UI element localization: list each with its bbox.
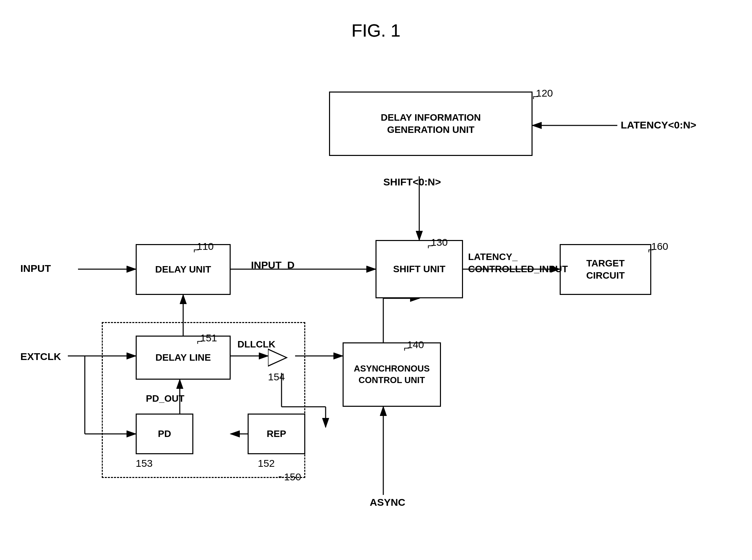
shift-label: SHIFT<0:N>	[383, 176, 441, 188]
tick-120: ⌐	[533, 91, 539, 102]
tick-151: ⌐	[197, 336, 203, 347]
ref-154: 154	[268, 371, 285, 383]
tick-130: ⌐	[427, 240, 433, 252]
latency-controlled-label: LATENCY_ CONTROLLED_INPUT	[468, 251, 568, 276]
delay-info-label: DELAY INFORMATION GENERATION UNIT	[381, 112, 481, 136]
delay-info-block: DELAY INFORMATION GENERATION UNIT	[329, 92, 533, 156]
latency-label: LATENCY<0:N>	[621, 119, 696, 131]
svg-marker-22	[268, 349, 287, 366]
target-circuit-block: TARGET CIRCUIT	[560, 244, 651, 295]
pd-block: PD	[136, 414, 193, 454]
delay-line-label: DELAY LINE	[155, 352, 211, 364]
buffer-symbol-svg	[268, 347, 295, 368]
ref-150: ~150	[278, 471, 301, 483]
tick-140: ⌐	[404, 342, 410, 354]
async-label: ASYNC	[370, 497, 405, 508]
shift-unit-block: SHIFT UNIT	[375, 240, 463, 298]
target-circuit-label: TARGET CIRCUIT	[586, 257, 625, 282]
pd-label: PD	[158, 428, 171, 440]
tick-110: ⌐	[193, 244, 199, 256]
delay-unit-block: DELAY UNIT	[136, 244, 231, 295]
dllclk-buffer	[268, 347, 295, 369]
shift-unit-label: SHIFT UNIT	[393, 263, 445, 275]
input-d-label: INPUT_D	[251, 259, 294, 271]
ref-152: 152	[258, 458, 275, 469]
delay-unit-label: DELAY UNIT	[155, 263, 211, 276]
rep-block: REP	[248, 414, 305, 454]
diagram-container: FIG. 1	[0, 0, 752, 560]
ref-153: 153	[136, 458, 153, 469]
tick-160: ⌐	[648, 244, 654, 256]
input-label: INPUT	[20, 263, 51, 274]
dllclk-label: DLLCLK	[237, 339, 275, 350]
fig-title: FIG. 1	[351, 20, 400, 41]
extclk-label: EXTCLK	[20, 351, 61, 362]
async-control-block: ASYNCHRONOUS CONTROL UNIT	[343, 342, 441, 407]
async-control-label: ASYNCHRONOUS CONTROL UNIT	[354, 363, 430, 386]
pd-out-label: PD_OUT	[146, 393, 185, 404]
rep-label: REP	[267, 428, 286, 440]
